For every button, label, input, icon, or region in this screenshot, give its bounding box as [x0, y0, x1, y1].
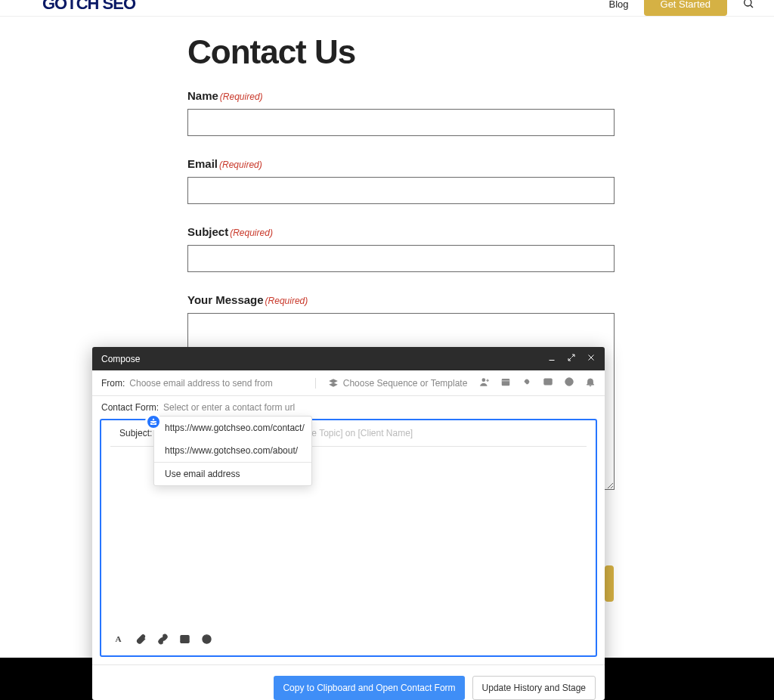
- titlebar-controls: [547, 353, 596, 364]
- from-label: From:: [101, 378, 125, 389]
- field-email: Email(Required): [187, 157, 615, 204]
- help-icon[interactable]: [564, 376, 574, 389]
- email-input[interactable]: [187, 177, 615, 204]
- contact-form-badge-icon[interactable]: [145, 413, 162, 430]
- svg-line-1: [751, 5, 753, 8]
- close-icon[interactable]: [587, 353, 596, 364]
- from-row: From: Choose email address to send from …: [92, 370, 605, 396]
- emoji-icon[interactable]: [201, 633, 212, 648]
- topbar-right: Blog Get Started: [608, 0, 754, 16]
- sequence-placeholder: Choose Sequence or Template: [343, 378, 468, 389]
- name-input[interactable]: [187, 109, 615, 136]
- search-icon[interactable]: [742, 0, 754, 12]
- submit-button-edge[interactable]: [605, 565, 614, 602]
- minimize-icon[interactable]: [547, 353, 556, 364]
- compose-toolbar-icons: [479, 376, 596, 389]
- tracking-off-icon[interactable]: [522, 376, 532, 389]
- compose-title-text: Compose: [101, 354, 140, 364]
- expand-icon[interactable]: [567, 353, 576, 364]
- cta-button[interactable]: Get Started: [644, 0, 727, 16]
- dropdown-use-email[interactable]: Use email address: [154, 462, 311, 485]
- calendar-icon[interactable]: [500, 376, 511, 389]
- compose-footer: Copy to Clipboard and Open Contact Form …: [92, 664, 605, 700]
- from-placeholder[interactable]: Choose email address to send from: [129, 378, 272, 389]
- person-add-icon[interactable]: [479, 376, 490, 389]
- sequence-block[interactable]: Choose Sequence or Template: [315, 378, 468, 389]
- compose-titlebar[interactable]: Compose: [92, 347, 605, 370]
- label-message: Your Message: [187, 293, 264, 306]
- top-navbar: GOTCH SEO Blog Get Started: [0, 0, 774, 17]
- label-subject: Subject: [187, 225, 228, 238]
- bell-icon[interactable]: [585, 376, 596, 389]
- required-tag: (Required): [220, 91, 263, 102]
- subject-input[interactable]: [187, 245, 615, 272]
- svg-point-14: [203, 635, 211, 643]
- contact-form-input[interactable]: [163, 402, 375, 413]
- format-toolbar: A: [101, 626, 596, 655]
- svg-text:A: A: [116, 634, 122, 643]
- svg-point-10: [569, 384, 570, 385]
- contact-form-label: Contact Form:: [101, 402, 159, 413]
- copy-open-button[interactable]: Copy to Clipboard and Open Contact Form: [274, 676, 464, 700]
- field-subject: Subject(Required): [187, 225, 615, 272]
- image-icon[interactable]: [179, 633, 190, 648]
- label-email: Email: [187, 157, 218, 170]
- required-tag: (Required): [219, 160, 262, 170]
- envelope-icon[interactable]: [543, 376, 553, 389]
- compose-window: Compose From: Choose email address to se…: [92, 347, 605, 700]
- dropdown-option-1[interactable]: https://www.gotchseo.com/contact/: [154, 417, 311, 439]
- update-history-button[interactable]: Update History and Stage: [472, 676, 596, 700]
- link-icon[interactable]: [157, 633, 169, 648]
- svg-point-16: [208, 638, 209, 639]
- page-title: Contact Us: [187, 33, 615, 71]
- field-name: Name(Required): [187, 89, 615, 136]
- attachment-icon[interactable]: [135, 633, 147, 648]
- svg-point-15: [205, 638, 206, 639]
- required-tag: (Required): [230, 228, 273, 238]
- contact-form-dropdown: https://www.gotchseo.com/contact/ https:…: [153, 416, 312, 486]
- logo: GOTCH SEO: [42, 0, 135, 14]
- label-name: Name: [187, 89, 218, 102]
- nav-link-blog[interactable]: Blog: [608, 0, 628, 10]
- svg-point-5: [482, 378, 486, 382]
- subject-label: Subject:: [119, 428, 152, 438]
- svg-rect-6: [502, 379, 510, 386]
- dropdown-option-2[interactable]: https://www.gotchseo.com/about/: [154, 439, 311, 462]
- required-tag: (Required): [265, 296, 308, 306]
- font-icon[interactable]: A: [113, 633, 125, 648]
- svg-point-0: [745, 0, 751, 5]
